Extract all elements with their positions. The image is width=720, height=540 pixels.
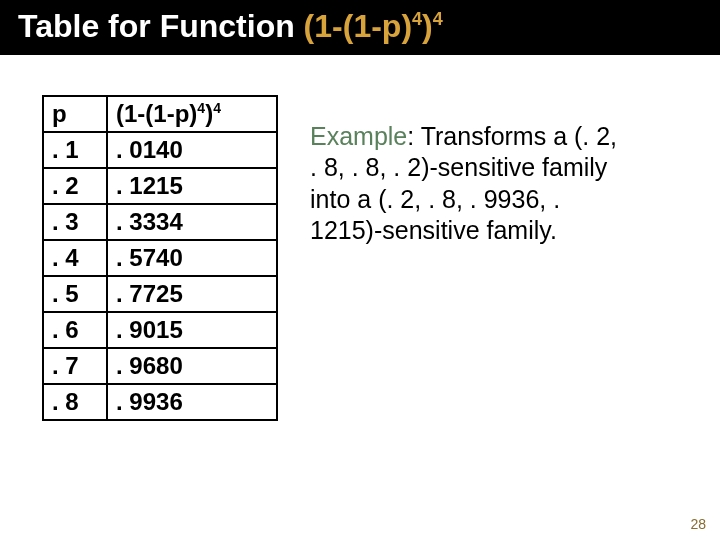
- cell-p: . 4: [43, 240, 107, 276]
- title-bar: Table for Function (1-(1-p)4)4: [0, 0, 720, 55]
- table-header-row: p (1-(1-p)4)4: [43, 96, 277, 132]
- cell-p: . 2: [43, 168, 107, 204]
- cell-v: . 9015: [107, 312, 277, 348]
- content-area: p (1-(1-p)4)4 . 1 . 0140 . 2 . 1215 . 3 …: [0, 55, 720, 421]
- page-number: 28: [690, 516, 706, 532]
- table-row: . 7 . 9680: [43, 348, 277, 384]
- table-row: . 8 . 9936: [43, 384, 277, 420]
- cell-p: . 5: [43, 276, 107, 312]
- table-row: . 3 . 3334: [43, 204, 277, 240]
- table-row: . 4 . 5740: [43, 240, 277, 276]
- header-expression: (1-(1-p)4)4: [107, 96, 277, 132]
- example-label: Example: [310, 122, 407, 150]
- cell-v: . 1215: [107, 168, 277, 204]
- cell-v: . 9680: [107, 348, 277, 384]
- function-table: p (1-(1-p)4)4 . 1 . 0140 . 2 . 1215 . 3 …: [42, 95, 278, 421]
- cell-v: . 9936: [107, 384, 277, 420]
- cell-v: . 0140: [107, 132, 277, 168]
- cell-v: . 3334: [107, 204, 277, 240]
- table-row: . 5 . 7725: [43, 276, 277, 312]
- cell-p: . 7: [43, 348, 107, 384]
- header-p: p: [43, 96, 107, 132]
- table-row: . 1 . 0140: [43, 132, 277, 168]
- table-row: . 6 . 9015: [43, 312, 277, 348]
- title-prefix: Table for Function: [18, 8, 304, 44]
- cell-p: . 3: [43, 204, 107, 240]
- cell-v: . 7725: [107, 276, 277, 312]
- cell-p: . 8: [43, 384, 107, 420]
- title-expression: (1-(1-p)4)4: [304, 8, 443, 44]
- cell-p: . 6: [43, 312, 107, 348]
- slide-title: Table for Function (1-(1-p)4)4: [18, 8, 702, 45]
- cell-v: . 5740: [107, 240, 277, 276]
- cell-p: . 1: [43, 132, 107, 168]
- example-text: Example: Transforms a (. 2, . 8, . 8, . …: [310, 95, 630, 246]
- table-row: . 2 . 1215: [43, 168, 277, 204]
